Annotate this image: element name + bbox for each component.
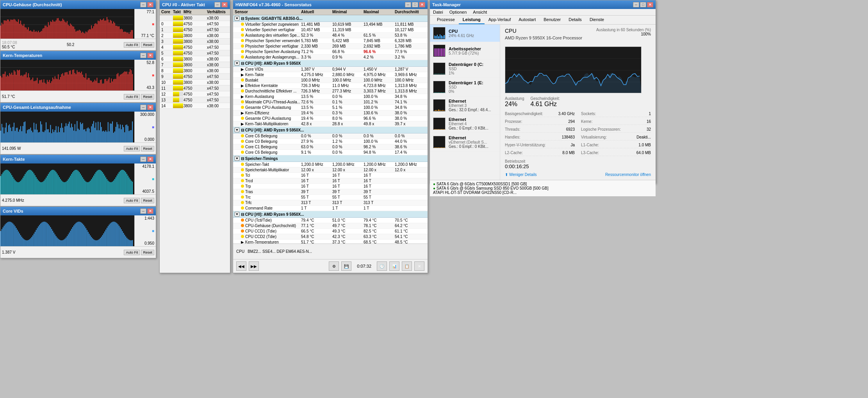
sensor-row: ▶ Effektive Kerntakte 726.3 MHz11.0 MHz4… [233, 83, 428, 89]
task-manager-titlebar: Task-Manager ─ □ ✕ [430, 0, 656, 9]
veth-values: Ges.: 0 Empf.: 0 KBit... [449, 144, 497, 149]
nav-back-btn[interactable]: ◀◀ [236, 261, 246, 271]
close-btn[interactable]: ✕ [147, 208, 153, 214]
auto-fit-btn[interactable]: Auto Fit [124, 94, 140, 100]
reset-btn[interactable]: Reset [141, 146, 154, 151]
expand-icon: ▼ [235, 212, 239, 217]
maximize-btn[interactable]: □ [412, 2, 418, 7]
minimize-btn[interactable]: ─ [140, 53, 146, 58]
nav-fwd-btn[interactable]: ▶▶ [249, 261, 259, 271]
mhz-value: 4750 [184, 98, 207, 102]
sidebar-item-disk1[interactable]: Datenträger 1 (E: SSD0% [430, 78, 500, 96]
reset-btn[interactable]: Reset [141, 42, 154, 48]
close-toolbar-btn[interactable]: ✕ [414, 261, 424, 271]
stat-l1: L1-Cache: 1.0 MB [581, 142, 651, 148]
minimize-btn[interactable]: ─ [140, 208, 146, 214]
auto-fit-btn[interactable]: Auto Fit [124, 250, 140, 255]
takt-header: Core Takt MHz Verhältnis [160, 9, 230, 15]
arrow-up-icon: ⬆ [505, 172, 508, 177]
veth-sidebar-title: Ethernet [449, 135, 497, 140]
close-btn[interactable]: ✕ [419, 2, 425, 7]
auto-fit-btn[interactable]: Auto Fit [124, 42, 140, 48]
tab-app-verlauf[interactable]: App-Verlauf [485, 16, 515, 24]
auto-fit-btn[interactable]: Auto Fit [124, 198, 140, 203]
resource-monitor-link[interactable]: Ressourcenmonitor öffnen [605, 172, 651, 177]
minimize-btn[interactable]: ─ [633, 2, 639, 7]
ratio-value: x38:00 [207, 69, 228, 73]
close-btn[interactable]: ✕ [647, 2, 653, 7]
takt-bar [173, 80, 183, 85]
clock-btn[interactable]: 🕐 [377, 261, 387, 271]
system-group-header[interactable]: ▼ ⊟ System: GIGABYTE AB350-G... [233, 15, 428, 22]
chart-bottom: 4.275.0 MHz Auto Fit Reset [0, 194, 156, 206]
monitor-btn[interactable]: 📊 [389, 261, 399, 271]
sidebar-item-disk0[interactable]: Datenträger 0 (C: SSD1% [430, 60, 500, 78]
col-sensor: Sensor [235, 10, 301, 14]
reset-btn[interactable]: Reset [141, 250, 154, 255]
mhz-value: 3800 [184, 80, 207, 85]
top-value: 1:443 [144, 216, 154, 220]
reset-btn[interactable]: Reset [141, 94, 154, 100]
close-btn[interactable]: ✕ [147, 156, 153, 162]
tm-sidebar: CPU 24% 4.61 GHz [430, 25, 500, 180]
menu-datei[interactable]: Datei [433, 10, 443, 14]
sidebar-item-veth[interactable]: Ethernet vEthernet (Default S... Ges.: 0… [430, 133, 500, 151]
stat-label: Logische Prozessoren: [581, 127, 621, 131]
tab-dienste[interactable]: Dienste [586, 16, 608, 24]
menu-optionen[interactable]: Optionen [449, 10, 467, 14]
cpu-gehause-window: CPU-Gehäuse (Durchschnitt) ─ ✕ 77:1 ■ 77… [0, 0, 156, 51]
core-vids-content: 1:443 ■ 0.950 1.387 V Auto Fit Reset [0, 215, 156, 258]
sensor-row: Physischer Speicher verfügbar 2,330 MB26… [233, 44, 428, 49]
settings-btn[interactable]: ⚙ [329, 261, 339, 271]
mhz-value: 4750 [184, 51, 207, 55]
tab-autostart[interactable]: Autostart [515, 16, 540, 24]
sidebar-item-cpu[interactable]: CPU 24% 4.61 GHz [430, 25, 500, 42]
kern-temp-window: Kern-Temperaturen ─ ✕ 52.8 ■ 43.3 51.7 °… [0, 51, 156, 103]
cpu-belegung-header[interactable]: ▼ ⊟ CPU [#0]: AMD Ryzen 9 5950X... [233, 127, 428, 133]
reset-btn[interactable]: Reset [141, 198, 154, 203]
eth4-sidebar-title: Ethernet [449, 117, 497, 122]
close-btn[interactable]: ✕ [147, 105, 153, 110]
takt-row: 44750x47:50 [160, 44, 230, 50]
chart-main [0, 163, 134, 194]
minimize-btn[interactable]: ─ [140, 156, 146, 162]
sidebar-item-eth4[interactable]: Ethernet Ethernet 4 Ges.: 0 Empf.: 0 KBi… [430, 115, 500, 133]
cpu0-group-header[interactable]: ▼ ⊟ CPU [#0]: AMD Ryzen 9 5950X [233, 60, 428, 67]
save-btn[interactable]: 💾 [341, 261, 351, 271]
takt-bar-container [173, 68, 184, 73]
ratio-value: x47:50 [207, 45, 228, 50]
close-btn[interactable]: ✕ [221, 2, 228, 7]
minimize-btn[interactable]: ─ [140, 105, 146, 110]
tab-details[interactable]: Details [565, 16, 586, 24]
auslastung-label: Auslastung [505, 96, 524, 101]
takt-row: 134750x47:50 [160, 97, 230, 103]
close-btn[interactable]: ✕ [147, 53, 153, 58]
minimize-btn[interactable]: ─ [140, 2, 146, 7]
expand-icon: ▼ [235, 128, 239, 132]
col-takt: Takt [173, 10, 184, 14]
menu-ansicht[interactable]: Ansicht [473, 10, 487, 14]
cpu-belegung-title: ⊟ CPU [#0]: AMD Ryzen 9 5950X... [241, 128, 304, 132]
takt-bar-container [173, 92, 184, 96]
auto-fit-btn[interactable]: Auto Fit [124, 146, 140, 151]
ratio-value: x47:50 [207, 28, 228, 32]
tab-benutzer[interactable]: Benutzer [540, 16, 565, 24]
maximize-btn[interactable]: □ [640, 2, 646, 7]
geschwindigkeit-value: 4.61 GHz [530, 101, 560, 108]
sidebar-item-memory[interactable]: Arbeitsspeicher 5.7/7.9 GB (72%) [430, 42, 500, 60]
minimize-btn[interactable]: ─ [405, 2, 411, 7]
tab-leistung[interactable]: Leistung [459, 16, 485, 24]
takt-row: 83800x38:00 [160, 68, 230, 74]
less-details-btn[interactable]: ⬆ Weniger Details [505, 172, 536, 177]
core-label: 8 [161, 69, 173, 73]
takt-row: 54750x47:50 [160, 50, 230, 56]
sensor-row: ▶ Kern-Effizienz 19.4 %0.3 %130.6 %38.0 … [233, 110, 428, 116]
minimize-btn[interactable]: ─ [214, 2, 221, 7]
cpu-temps-header[interactable]: ▼ ⊟ CPU [#0]: AMD Ryzen 9 5950X... [233, 211, 428, 218]
report-btn[interactable]: 📋 [402, 261, 412, 271]
sidebar-item-eth3[interactable]: Ethernet Ethernet 3 Ges.: 32.0 Empf.: 48… [430, 96, 500, 115]
cpu-graph-icon [433, 27, 446, 39]
speicher-header[interactable]: ▼ ⊟ Speicher-Timings [233, 155, 428, 162]
tab-prozesse[interactable]: Prozesse [433, 16, 459, 24]
close-btn[interactable]: ✕ [147, 2, 153, 7]
